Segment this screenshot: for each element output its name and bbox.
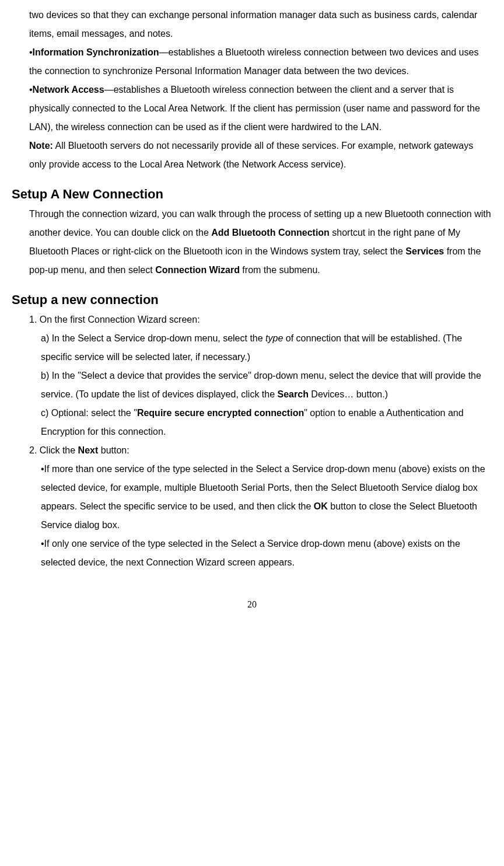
setup-desc-g: from the submenu. [240, 265, 320, 275]
step1c-text-a: c) Optional: select the " [41, 408, 137, 418]
bullet-info-sync: •Information Synchronization—establishes… [29, 43, 492, 81]
step-1c: c) Optional: select the "Require secure … [41, 404, 492, 441]
page-number: 20 [12, 595, 492, 614]
step-1: 1. On the first Connection Wizard screen… [29, 310, 492, 329]
network-access-label: Network Access [33, 85, 104, 95]
bullet-network-access: •Network Access—establishes a Bluetooth … [29, 81, 492, 137]
paragraph-exchange-info: two devices so that they can exchange pe… [29, 6, 492, 43]
step-2: 2. Click the Next button: [29, 441, 492, 460]
step2-text-a: 2. Click the [29, 445, 78, 455]
step2-text-c: button: [98, 445, 129, 455]
require-secure-bold: Require secure encrypted connection [137, 408, 304, 418]
step1b-text-c: Devices… button.) [309, 389, 388, 399]
step-2-bullet-2: •If only one service of the type selecte… [41, 535, 492, 572]
ok-bold: OK [314, 501, 328, 511]
type-italic: type [265, 333, 283, 343]
setup-description: Through the connection wizard, you can w… [29, 205, 492, 280]
step1b-text-a: b) In the "Select a device that provides… [41, 371, 481, 399]
next-bold: Next [78, 445, 99, 455]
step-1b: b) In the "Select a device that provides… [41, 366, 492, 404]
connection-wizard-label: Connection Wizard [155, 265, 240, 275]
step1a-text-a: a) In the Select a Service drop-down men… [41, 333, 265, 343]
heading-setup-lowercase: Setup a new connection [12, 291, 492, 309]
step-2-bullet-1: •If more than one service of the type se… [41, 460, 492, 535]
note-text: All Bluetooth servers do not necessarily… [29, 141, 473, 169]
heading-setup-new-connection: Setup A New Connection [12, 186, 492, 204]
services-label: Services [405, 246, 444, 256]
step-1a: a) In the Select a Service drop-down men… [41, 329, 492, 366]
note-paragraph: Note: All Bluetooth servers do not neces… [29, 137, 492, 174]
add-bluetooth-connection-label: Add Bluetooth Connection [211, 228, 330, 238]
note-label: Note: [29, 141, 53, 151]
search-bold: Search [278, 389, 309, 399]
info-sync-label: Information Synchronization [33, 47, 159, 57]
